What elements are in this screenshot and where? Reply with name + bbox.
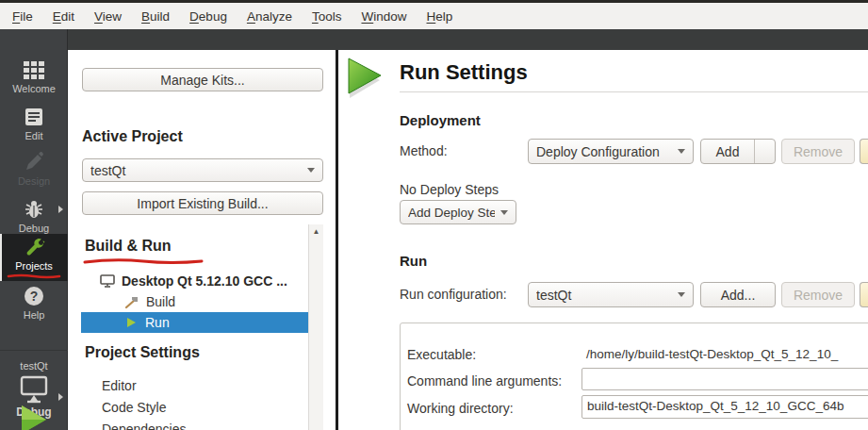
chevron-down-icon — [678, 292, 685, 297]
chevron-down-icon — [307, 168, 315, 173]
sidebar-item-help[interactable]: ? Help — [0, 283, 68, 328]
run-header: Run — [400, 253, 427, 269]
deploy-method-combo[interactable]: Deploy Configuration — [528, 139, 694, 164]
remove-label: Remove — [794, 288, 843, 303]
toolbar-strip — [0, 29, 868, 50]
bug-icon — [23, 198, 45, 221]
sidebar-item-label: Help — [0, 309, 68, 321]
working-directory-label: Working directory: — [407, 401, 514, 416]
settings-item-code-style[interactable]: Code Style — [102, 400, 166, 415]
help-icon: ? — [23, 285, 45, 307]
manage-kits-button[interactable]: Manage Kits... — [82, 68, 323, 91]
play-icon — [126, 317, 137, 328]
add-deploy-step-label: Add Deploy Step — [408, 206, 495, 220]
menubar: File Edit View Build Debug Analyze Tools… — [0, 3, 868, 29]
project-settings-header: Project Settings — [85, 344, 200, 361]
active-project-combo[interactable]: testQt — [82, 158, 323, 182]
sidebar-item-label: Projects — [0, 260, 68, 272]
sidebar-item-label: Welcome — [0, 83, 68, 94]
red-underline-annotation — [82, 257, 205, 266]
svg-text:?: ? — [30, 289, 39, 304]
chevron-down-icon — [678, 149, 685, 154]
run-settings-play-icon — [347, 57, 386, 100]
command-line-arguments-input[interactable] — [581, 368, 868, 390]
tree-item-label: Build — [146, 294, 175, 309]
sidebar-item-edit[interactable]: Edit — [0, 104, 68, 149]
chevron-down-icon — [500, 210, 508, 215]
menu-tools[interactable]: Tools — [312, 9, 342, 24]
partial-rename-button[interactable] — [860, 282, 868, 307]
wrench-icon — [23, 236, 45, 258]
add-label: Add... — [721, 288, 756, 303]
chevron-right-icon — [58, 393, 63, 401]
run-settings-panel: Run Settings Deployment Method: Deploy C… — [338, 50, 868, 430]
grid-icon — [23, 58, 45, 81]
monitor-icon — [18, 375, 50, 404]
deployment-header: Deployment — [400, 112, 481, 128]
menu-window[interactable]: Window — [361, 9, 406, 24]
menu-debug[interactable]: Debug — [189, 9, 227, 24]
run-button-icon[interactable] — [20, 404, 48, 430]
sidebar-item-label: Debug — [0, 223, 68, 234]
command-line-arguments-label: Command line arguments: — [407, 373, 562, 389]
title-divider — [400, 91, 868, 92]
run-remove-button: Remove — [781, 282, 855, 307]
deploy-add-button[interactable]: Add — [700, 139, 776, 164]
menu-help[interactable]: Help — [427, 9, 453, 24]
add-dropdown-section[interactable] — [754, 140, 775, 163]
menu-file[interactable]: File — [12, 9, 33, 24]
tree-item-build[interactable]: Build — [124, 294, 175, 309]
executable-value: /home/ly/build-testQt-Desktop_Qt_5_12_10… — [586, 347, 838, 361]
run-configuration-value: testQt — [536, 288, 672, 303]
import-existing-build-button[interactable]: Import Existing Build... — [82, 191, 323, 215]
method-label: Method: — [400, 143, 448, 158]
tree-item-label: Desktop Qt 5.12.10 GCC ... — [122, 273, 287, 289]
chevron-right-icon[interactable] — [58, 206, 63, 213]
sidebar-item-projects[interactable]: Projects — [0, 234, 68, 281]
panel-scrollbar[interactable]: ▲ — [308, 224, 323, 430]
menu-analyze[interactable]: Analyze — [247, 9, 292, 24]
sidebar-item-welcome[interactable]: Welcome — [0, 57, 68, 102]
document-icon — [23, 106, 45, 128]
working-directory-input[interactable]: build-testQt-Desktop_Qt_5_12_10_GCC_64b — [581, 395, 868, 419]
red-underline-annotation — [7, 273, 61, 280]
settings-item-editor[interactable]: Editor — [102, 378, 137, 393]
deploy-method-value: Deploy Configuration — [536, 144, 672, 159]
sidebar-item-label: Edit — [0, 130, 68, 141]
menu-build[interactable]: Build — [141, 9, 170, 24]
projects-panel: Manage Kits... Active Project testQt Imp… — [68, 50, 336, 430]
run-add-button[interactable]: Add... — [700, 282, 776, 307]
settings-item-dependencies[interactable]: Dependencies — [102, 422, 187, 430]
run-configuration-combo[interactable]: testQt — [528, 282, 694, 307]
mode-sidebar: Welcome Edit Design — [0, 29, 68, 430]
pencil-icon — [23, 151, 45, 174]
page-title: Run Settings — [400, 60, 528, 85]
tree-item-kit[interactable]: Desktop Qt 5.12.10 GCC ... — [100, 273, 287, 289]
add-label: Add — [701, 144, 754, 159]
tree-item-run-selected[interactable]: Run — [81, 312, 308, 333]
no-deploy-steps-text: No Deploy Steps — [400, 182, 499, 197]
hammer-icon — [124, 295, 139, 309]
build-and-run-header: Build & Run — [85, 238, 172, 255]
partial-rename-button[interactable] — [860, 139, 868, 164]
scroll-up-arrow-icon[interactable]: ▲ — [311, 226, 321, 238]
qt-creator-window: File Edit View Build Debug Analyze Tools… — [0, 0, 868, 430]
sidebar-item-design: Design — [0, 149, 68, 194]
active-project-value: testQt — [90, 163, 302, 178]
kit-project-name: testQt — [0, 360, 68, 372]
active-project-header: Active Project — [82, 128, 183, 145]
monitor-icon — [100, 274, 115, 288]
sidebar-item-label: Design — [0, 175, 68, 187]
run-configuration-label: Run configuration: — [400, 287, 507, 302]
deploy-remove-button: Remove — [781, 139, 855, 164]
executable-label: Executable: — [407, 347, 476, 362]
import-existing-build-label: Import Existing Build... — [137, 196, 268, 211]
tree-item-label: Run — [145, 315, 170, 330]
manage-kits-label: Manage Kits... — [160, 73, 245, 88]
remove-label: Remove — [794, 144, 843, 159]
menu-view[interactable]: View — [94, 9, 122, 24]
menu-edit[interactable]: Edit — [53, 9, 74, 24]
add-deploy-step-button[interactable]: Add Deploy Step — [400, 200, 516, 224]
